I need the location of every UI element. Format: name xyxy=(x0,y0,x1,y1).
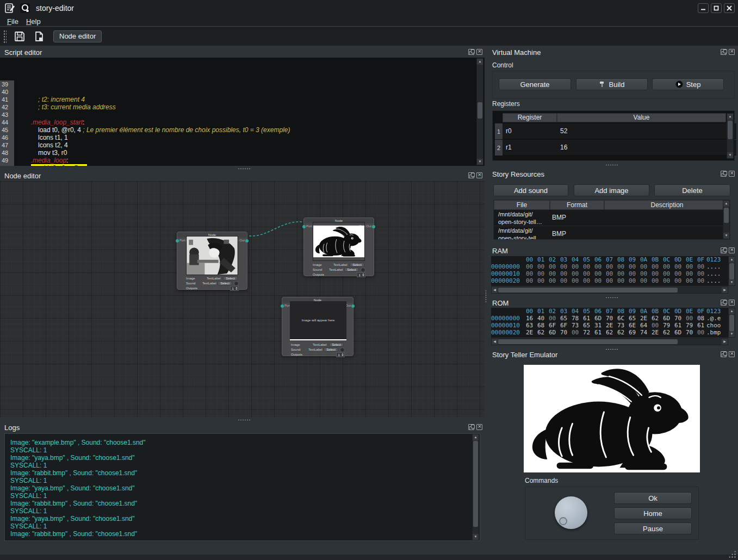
byte-cell[interactable]: 00 xyxy=(604,270,615,277)
byte-cell[interactable]: 6D xyxy=(547,329,558,336)
byte-cell[interactable]: 2E xyxy=(524,329,535,336)
byte-cell[interactable]: 00 xyxy=(649,277,661,284)
scroll-up-arrow[interactable] xyxy=(729,257,735,263)
scroll-left-arrow[interactable] xyxy=(492,287,498,293)
byte-cell[interactable]: 00 xyxy=(547,315,558,322)
scroll-down-arrow[interactable] xyxy=(729,279,735,285)
float-panel-icon[interactable] xyxy=(468,424,474,430)
byte-cell[interactable]: 00 xyxy=(581,277,592,284)
byte-cell[interactable]: 00 xyxy=(695,270,706,277)
byte-cell[interactable]: 70 xyxy=(672,315,684,322)
byte-cell[interactable]: 00 xyxy=(627,270,638,277)
byte-cell[interactable]: 08 xyxy=(695,315,706,322)
port-out-dot[interactable] xyxy=(372,225,375,228)
rom-hscrollbar[interactable] xyxy=(491,338,728,345)
scroll-up-arrow[interactable] xyxy=(723,201,729,207)
scroll-down-arrow[interactable] xyxy=(729,331,735,337)
byte-cell[interactable]: 00 xyxy=(524,263,535,270)
scroll-thumb[interactable] xyxy=(724,208,729,223)
byte-cell[interactable]: 61 xyxy=(592,329,604,336)
resources-vscrollbar[interactable] xyxy=(723,200,730,239)
byte-cell[interactable]: 00 xyxy=(535,263,547,270)
close-panel-icon[interactable] xyxy=(729,300,735,306)
scroll-down-arrow[interactable] xyxy=(723,233,729,239)
byte-cell[interactable]: 00 xyxy=(592,270,604,277)
float-panel-icon[interactable] xyxy=(468,49,474,55)
byte-cell[interactable]: 00 xyxy=(638,263,649,270)
scroll-up-arrow[interactable] xyxy=(477,59,483,65)
image-select-button[interactable]: Select xyxy=(350,263,364,267)
byte-cell[interactable]: 73 xyxy=(569,322,581,329)
scroll-right-arrow[interactable] xyxy=(722,339,728,345)
sound-play-button[interactable] xyxy=(361,267,365,272)
script-editor-vscrollbar[interactable] xyxy=(476,58,483,165)
byte-cell[interactable]: 00 xyxy=(604,277,615,284)
byte-cell[interactable]: 00 xyxy=(547,277,558,284)
port-in-dot[interactable] xyxy=(281,304,284,308)
generate-button[interactable]: Generate xyxy=(499,78,571,90)
media-node-empty[interactable]: Node Port In Port Out Image will appear … xyxy=(282,297,354,356)
ram-hex-view[interactable]: 000102030405060708090A0B0C0D0E0F 0123456… xyxy=(491,256,728,286)
float-panel-icon[interactable] xyxy=(721,300,727,306)
byte-cell[interactable]: 00 xyxy=(649,263,661,270)
sound-play-button[interactable] xyxy=(340,347,345,352)
menu-file[interactable]: File xyxy=(7,17,18,26)
byte-cell[interactable]: 00 xyxy=(615,263,627,270)
byte-cell[interactable]: 00 xyxy=(581,270,592,277)
register-row[interactable]: 2 r1 16 xyxy=(495,140,736,155)
byte-cell[interactable]: 00 xyxy=(661,270,672,277)
byte-cell[interactable]: 00 xyxy=(695,263,706,270)
byte-cell[interactable]: 70 xyxy=(684,329,695,336)
scroll-right-arrow[interactable] xyxy=(722,287,728,293)
byte-cell[interactable]: 68 xyxy=(535,322,547,329)
close-panel-icon[interactable] xyxy=(729,49,735,55)
close-panel-icon[interactable] xyxy=(729,171,735,177)
byte-cell[interactable]: 40 xyxy=(535,315,547,322)
image-select-button[interactable]: Select xyxy=(329,343,344,347)
byte-cell[interactable]: 00 xyxy=(661,277,672,284)
byte-cell[interactable]: 00 xyxy=(592,277,604,284)
byte-cell[interactable]: 00 xyxy=(661,263,672,270)
float-panel-icon[interactable] xyxy=(721,49,727,55)
sound-select-button[interactable]: Select xyxy=(218,281,232,285)
register-column-header[interactable]: Register xyxy=(503,113,557,122)
image-select-button[interactable]: Select xyxy=(223,276,238,281)
close-panel-icon[interactable] xyxy=(729,247,735,253)
scroll-up-arrow[interactable] xyxy=(473,434,479,440)
home-button[interactable]: Home xyxy=(614,507,692,519)
rotary-knob[interactable] xyxy=(555,496,587,529)
scroll-up-arrow[interactable] xyxy=(727,114,733,120)
media-node-manga[interactable]: Node Port In Port Out Image TextLabel Se… xyxy=(177,232,247,290)
byte-cell[interactable]: 6D xyxy=(661,315,672,322)
byte-cell[interactable]: 72 xyxy=(581,329,592,336)
titlebar[interactable]: story-editor xyxy=(0,0,738,16)
byte-cell[interactable]: 00 xyxy=(581,263,592,270)
byte-cell[interactable]: 6C xyxy=(615,315,627,322)
port-in-dot[interactable] xyxy=(176,239,179,242)
splitter-handle[interactable] xyxy=(238,419,251,421)
byte-cell[interactable]: 00 xyxy=(524,277,535,284)
menu-help[interactable]: Help xyxy=(26,17,41,26)
float-panel-icon[interactable] xyxy=(468,172,474,178)
byte-cell[interactable]: 78 xyxy=(569,315,581,322)
byte-cell[interactable]: 00 xyxy=(672,270,684,277)
outputs-spinbox[interactable]: 1 xyxy=(230,286,239,291)
byte-cell[interactable]: 00 xyxy=(615,277,627,284)
byte-cell[interactable]: 00 xyxy=(558,263,569,270)
port-out-dot[interactable] xyxy=(245,239,249,242)
byte-cell[interactable]: 00 xyxy=(672,263,684,270)
byte-cell[interactable]: 00 xyxy=(569,329,581,336)
ram-hscrollbar[interactable] xyxy=(491,287,728,294)
sound-select-button[interactable]: Select xyxy=(324,347,338,352)
step-button[interactable]: Step xyxy=(652,78,724,90)
byte-cell[interactable]: 00 xyxy=(684,315,695,322)
register-row[interactable]: 1 r0 52 xyxy=(495,123,736,139)
window-resize-grip[interactable] xyxy=(728,550,736,558)
byte-cell[interactable]: 00 xyxy=(569,270,581,277)
value-column-header[interactable]: Value xyxy=(557,113,726,122)
byte-cell[interactable]: 73 xyxy=(615,322,627,329)
byte-cell[interactable]: 2E xyxy=(604,322,615,329)
byte-cell[interactable]: 6E xyxy=(627,322,638,329)
byte-cell[interactable]: 00 xyxy=(604,263,615,270)
byte-cell[interactable]: 00 xyxy=(649,322,661,329)
